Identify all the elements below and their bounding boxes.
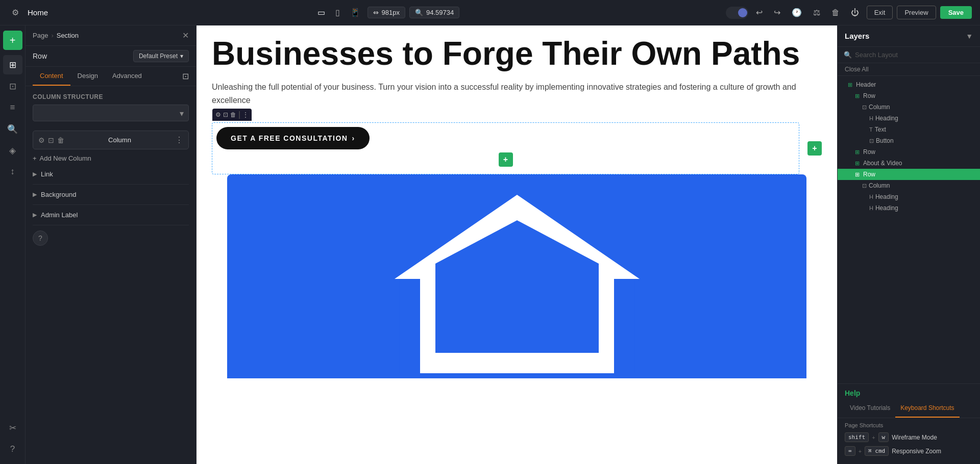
sidebar-icon-modules[interactable]: ⊡ (3, 76, 22, 96)
col-delete-icon[interactable]: 🗑 (57, 136, 64, 144)
tree-row2-icon: ⊞ (855, 149, 860, 156)
close-all-button[interactable]: Close All (838, 63, 980, 76)
tree-item-row-active[interactable]: ⊞ Row (838, 169, 980, 180)
tree-item-column-1[interactable]: ⊡ Column (838, 101, 980, 113)
col-settings-icon[interactable]: ⚙ (38, 136, 45, 144)
close-panel-button[interactable]: ✕ (182, 31, 189, 40)
sidebar-icon-tools[interactable]: ✂ (3, 418, 22, 437)
column-item-icons: ⚙ ⊡ 🗑 (38, 136, 64, 144)
tree-item-heading-3[interactable]: H Heading (838, 202, 980, 214)
key-plus-2: + (859, 448, 862, 454)
tree-item-about-video[interactable]: ⊞ About & Video (838, 158, 980, 169)
shortcut-wireframe-desc: Wireframe Mode (892, 434, 937, 441)
col-duplicate-icon[interactable]: ⊡ (48, 136, 54, 144)
background-chevron-icon: ▶ (33, 191, 37, 198)
add-column-label: Add New Column (40, 154, 91, 162)
add-element-btn[interactable]: + (3, 31, 22, 50)
add-column-button[interactable]: + Add New Column (33, 152, 91, 164)
key-w: w (878, 432, 889, 442)
search-layout-input[interactable] (855, 51, 974, 59)
layers-filter-button[interactable]: ▼ (966, 32, 973, 40)
tab-content[interactable]: Content (33, 67, 70, 86)
row-header: Row Default Preset ▾ (26, 46, 196, 67)
admin-label-accordion: ▶ Admin Label (33, 205, 189, 225)
cta-button[interactable]: GET A FREE CONSULTATION › (216, 127, 370, 149)
column-item-menu-button[interactable]: ⋮ (175, 135, 183, 145)
tree-row-icon-2: ⊞ (855, 93, 860, 99)
desktop-device-btn[interactable]: ▭ (314, 6, 328, 19)
tree-item-column-2[interactable]: ⊡ Column (838, 180, 980, 191)
tab-design[interactable]: Design (70, 67, 105, 86)
tree-row-active-icon: ⊞ (855, 171, 860, 178)
tree-item-heading-1[interactable]: H Heading (838, 113, 980, 124)
help-tab-keyboard[interactable]: Keyboard Shortcuts (895, 399, 959, 418)
sidebar-icon-search[interactable]: 🔍 (3, 119, 22, 139)
tablet-device-btn[interactable]: ▯ (332, 6, 343, 19)
layers-header: Layers ▼ (838, 25, 980, 47)
col-tool-duplicate-icon[interactable]: ⊡ (223, 111, 228, 118)
canvas: Businesses to Forge Their Own Paths Unle… (197, 25, 837, 464)
help-tab-video[interactable]: Video Tutorials (845, 399, 895, 418)
sidebar-icon-theme[interactable]: ◈ (3, 141, 22, 160)
add-column-plus-icon: + (33, 154, 37, 162)
ruler-icon: ⇔ (373, 9, 379, 16)
dark-mode-toggle[interactable] (726, 7, 748, 19)
sidebar-icon-help[interactable]: ? (3, 440, 22, 459)
add-right-column-btn[interactable]: + (807, 141, 822, 156)
topbar: ⚙ Home ▭ ▯ 📱 ⇔ 981px 🔍 94.59734 ↩ ↪ 🕐 ⚖ … (0, 0, 980, 25)
fullscreen-icon[interactable]: ⊡ (182, 71, 189, 81)
history-button[interactable]: 🕐 (788, 6, 805, 19)
col-tool-delete-icon[interactable]: 🗑 (230, 111, 236, 118)
preview-button[interactable]: Preview (897, 6, 936, 19)
tree-item-button-1[interactable]: ⊡ Button (838, 135, 980, 146)
tree-h2-icon: H (869, 194, 873, 200)
save-button[interactable]: Save (940, 6, 972, 19)
col-tool-more-icon[interactable]: ⋮ (242, 111, 249, 118)
col-tool-settings-icon[interactable]: ⚙ (215, 111, 221, 118)
house-svg (389, 179, 645, 373)
topbar-center: ▭ ▯ 📱 ⇔ 981px 🔍 94.59734 (314, 6, 460, 19)
background-accordion-trigger[interactable]: ▶ Background (33, 191, 189, 198)
left-panel: Page › Section ✕ Row Default Preset ▾ Co… (26, 25, 197, 464)
main-area: + ⊞ ⊡ ≡ 🔍 ◈ ↕ ✂ ? Page › Section ✕ Row D… (0, 25, 980, 464)
add-row-below-btn[interactable]: + (216, 149, 795, 170)
canvas-content: Businesses to Forge Their Own Paths Unle… (197, 25, 837, 464)
admin-chevron-icon: ▶ (33, 212, 37, 218)
layout-settings-button[interactable]: ⚖ (810, 6, 824, 19)
plus-icon[interactable]: + (499, 152, 513, 167)
mobile-device-btn[interactable]: 📱 (347, 6, 363, 19)
undo-button[interactable]: ↩ (752, 6, 766, 19)
px-value: 981px (382, 9, 400, 16)
link-accordion-trigger[interactable]: ▶ Link (33, 170, 189, 178)
tree-item-text-1[interactable]: T Text (838, 124, 980, 135)
search-layout-icon: 🔍 (844, 51, 852, 59)
preset-button[interactable]: Default Preset ▾ (133, 50, 189, 62)
preset-arrow-icon: ▾ (180, 53, 183, 60)
tree-item-header[interactable]: ⊞ Header (838, 79, 980, 90)
trash-button[interactable]: 🗑 (828, 6, 843, 19)
column-select[interactable] (33, 105, 189, 121)
admin-label-accordion-trigger[interactable]: ▶ Admin Label (33, 211, 189, 219)
tree-about-icon: ⊞ (855, 160, 860, 167)
exit-button[interactable]: Exit (867, 6, 893, 19)
sidebar-icon-settings[interactable]: ≡ (3, 98, 22, 117)
key-cmd: ⌘ cmd (865, 446, 889, 456)
search-icon: 🔍 (415, 9, 423, 16)
tree-item-row-1[interactable]: ⊞ Row (838, 90, 980, 101)
tree-row-icon: ⊞ (848, 82, 852, 88)
power-button[interactable]: ⏻ (847, 6, 863, 19)
redo-button[interactable]: ↪ (770, 6, 784, 19)
tree-item-heading-2[interactable]: H Heading (838, 191, 980, 202)
sidebar-icon-layers[interactable]: ⊞ (3, 55, 22, 74)
help-button[interactable]: ? (33, 230, 48, 246)
panel-header: Page › Section ✕ (26, 25, 196, 46)
sidebar-icon-portability[interactable]: ↕ (3, 162, 22, 182)
tab-advanced[interactable]: Advanced (105, 67, 149, 86)
tree-item-row-2[interactable]: ⊞ Row (838, 146, 980, 158)
column-item-label: Column (108, 136, 131, 144)
page-title: Home (28, 8, 48, 17)
layers-tree: ⊞ Header ⊞ Row ⊡ Column H Heading T Text (838, 76, 980, 383)
panel-body: Column Structure ▾ ⚙ ⊡ 🗑 Column ⋮ + Add … (26, 86, 196, 464)
gear-button[interactable]: ⚙ (8, 6, 22, 19)
tree-b-icon: ⊡ (869, 138, 874, 144)
